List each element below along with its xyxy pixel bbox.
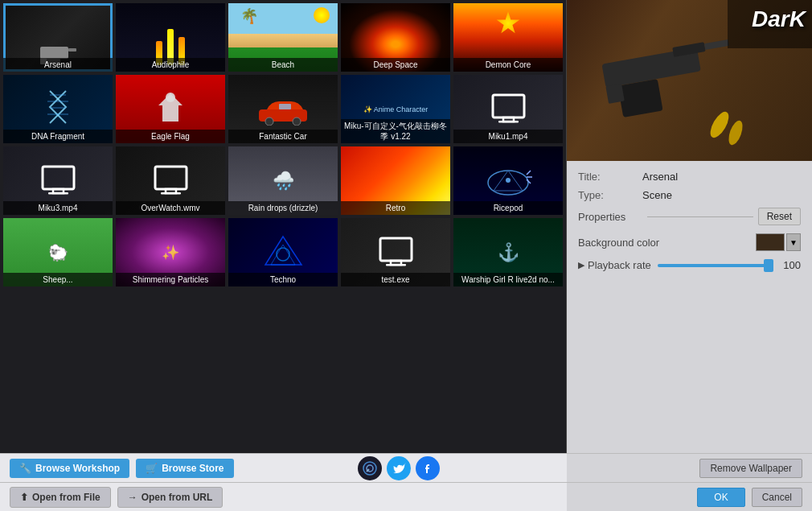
type-value: Scene	[642, 189, 672, 201]
grid-item-retro[interactable]: Retro	[341, 146, 450, 215]
cancel-button[interactable]: Cancel	[752, 488, 802, 507]
open-file-button[interactable]: ⬆ Open from File	[10, 487, 111, 508]
browse-workshop-label: Browse Workshop	[35, 463, 120, 474]
grid-item-label: Miku-可自定义-气化敲击柳冬季 v1.22	[341, 119, 450, 143]
grid-item-beach[interactable]: 🌴 Beach	[228, 3, 338, 72]
play-icon: ▶	[578, 260, 584, 270]
grid-item-fantasticcar[interactable]: Fantastic Car	[228, 75, 338, 143]
title-label: Title:	[578, 171, 642, 183]
grid-item-testexe[interactable]: test.exe	[341, 218, 450, 286]
grid-item-shimmering[interactable]: ✨ Shimmering Particles	[116, 218, 225, 286]
grid-item-dnafragment[interactable]: DNA Fragment	[3, 75, 113, 143]
svg-point-41	[363, 462, 376, 475]
svg-rect-0	[40, 47, 68, 59]
grid-item-raindrops[interactable]: 🌧️ Rain drops (drizzle)	[228, 146, 338, 215]
grid-item-overwatch[interactable]: OverWatch.wmv	[116, 146, 225, 215]
footer-row-2: ⬆ Open from File → Open from URL OK Canc…	[0, 482, 812, 511]
grid-item-label: Miku1.mp4	[453, 130, 563, 143]
facebook-icon[interactable]	[416, 456, 440, 480]
steam-icon[interactable]	[358, 456, 382, 480]
grid-item-label: Rain drops (drizzle)	[228, 201, 338, 215]
ok-button[interactable]: OK	[697, 488, 744, 507]
grid-item-label: Audiophile	[116, 58, 225, 72]
slider-fill	[658, 264, 773, 267]
preview-image: DarK	[567, 0, 812, 161]
svg-rect-1	[68, 48, 76, 52]
title-row: Title: Arsenal	[578, 171, 801, 183]
grid-item-eagleflag[interactable]: Eagle Flag	[116, 75, 225, 143]
properties-label: Properties	[578, 211, 642, 223]
open-file-label: Open from File	[32, 492, 100, 503]
grid-item-miku122[interactable]: ✨ Anime Character Miku-可自定义-气化敲击柳冬季 v1.2…	[341, 75, 450, 143]
grid-item-audiophile[interactable]: Audiophile	[116, 3, 225, 72]
grid-item-techno[interactable]: Techno	[228, 218, 338, 286]
open-url-label: Open from URL	[141, 492, 213, 503]
svg-rect-13	[279, 104, 291, 109]
footer-left-1: 🔧 Browse Workshop 🛒 Browse Store	[0, 453, 567, 482]
browse-workshop-button[interactable]: 🔧 Browse Workshop	[10, 459, 129, 478]
slider-thumb[interactable]	[764, 259, 773, 272]
svg-rect-36	[617, 79, 662, 117]
grid-item-label: Warship Girl R live2d no...	[453, 273, 563, 286]
grid-item-label: Demon Core	[453, 58, 563, 72]
grid-item-label: Techno	[228, 273, 338, 286]
properties-divider	[647, 216, 753, 217]
properties-row: Properties Reset	[578, 208, 801, 225]
svg-point-9	[166, 93, 175, 102]
svg-rect-22	[161, 192, 181, 195]
grid-item-arsenal[interactable]: Arsenal	[3, 3, 113, 72]
type-label: Type:	[578, 189, 642, 201]
svg-point-12	[293, 117, 301, 126]
remove-wallpaper-button[interactable]: Remove Wallpaper	[699, 459, 802, 478]
svg-point-11	[265, 117, 273, 126]
reset-button[interactable]: Reset	[758, 208, 801, 225]
footer-right-1: Remove Wallpaper	[567, 453, 812, 482]
playback-row: ▶ Playback rate 100	[578, 259, 801, 271]
grid-item-label: test.exe	[341, 273, 450, 286]
grid-item-demoncore[interactable]: Demon Core	[453, 3, 563, 72]
browse-store-label: Browse Store	[162, 463, 224, 474]
svg-rect-16	[498, 121, 519, 123]
footer-left-2: ⬆ Open from File → Open from URL	[0, 482, 567, 511]
grid-item-miku3mp4[interactable]: Miku3.mp4	[3, 146, 113, 215]
playback-value: 100	[778, 259, 801, 271]
footer: 🔧 Browse Workshop 🛒 Browse Store Re	[0, 453, 812, 511]
color-swatch[interactable]	[756, 233, 785, 251]
wrench-icon: 🔧	[19, 463, 31, 474]
svg-point-24	[506, 178, 511, 183]
color-dropdown[interactable]: ▼	[786, 233, 801, 251]
grid-item-label: Arsenal	[3, 58, 113, 72]
grid-item-label: Fantastic Car	[228, 130, 338, 143]
grid-item-miku1mp4[interactable]: Miku1.mp4	[453, 75, 563, 143]
grid-item-warship[interactable]: ⚓ Warship Girl R live2d no...	[453, 218, 563, 286]
playback-label: Playback rate	[588, 259, 651, 271]
footer-row-1: 🔧 Browse Workshop 🛒 Browse Store Re	[0, 453, 812, 482]
title-value: Arsenal	[642, 171, 678, 183]
open-url-button[interactable]: → Open from URL	[117, 487, 224, 508]
cart-icon: 🛒	[146, 463, 158, 474]
grid-item-label: Miku3.mp4	[3, 201, 113, 215]
svg-rect-17	[43, 167, 74, 189]
grid-item-ricepod[interactable]: Ricepod	[453, 146, 563, 215]
type-row: Type: Scene	[578, 189, 801, 201]
info-area: Title: Arsenal Type: Scene Properties Re…	[567, 161, 812, 453]
social-icons	[358, 456, 440, 480]
twitter-icon[interactable]	[387, 456, 411, 480]
grid-item-deepspace[interactable]: Deep Space	[341, 3, 450, 72]
grid-item-label: DNA Fragment	[3, 130, 113, 143]
svg-rect-19	[48, 192, 68, 195]
grid-item-label: OverWatch.wmv	[116, 201, 225, 215]
upload-icon: ⬆	[20, 492, 28, 503]
grid-item-label: Sheep...	[3, 273, 113, 286]
preview-title: DarK	[752, 6, 806, 32]
wallpaper-grid-panel[interactable]: Arsenal Audiophile 🌴 Beach	[0, 0, 567, 453]
preview-area: DarK	[567, 0, 812, 161]
browse-store-button[interactable]: 🛒 Browse Store	[136, 459, 233, 478]
bg-color-label: Background color	[578, 237, 756, 249]
playback-slider[interactable]	[658, 264, 773, 267]
grid-item-label: Ricepod	[453, 201, 563, 215]
svg-rect-20	[155, 167, 187, 189]
grid-item-label: Beach	[228, 58, 338, 72]
grid-item-label: Eagle Flag	[116, 130, 225, 143]
grid-item-sheep[interactable]: 🐑 Sheep...	[3, 218, 113, 286]
